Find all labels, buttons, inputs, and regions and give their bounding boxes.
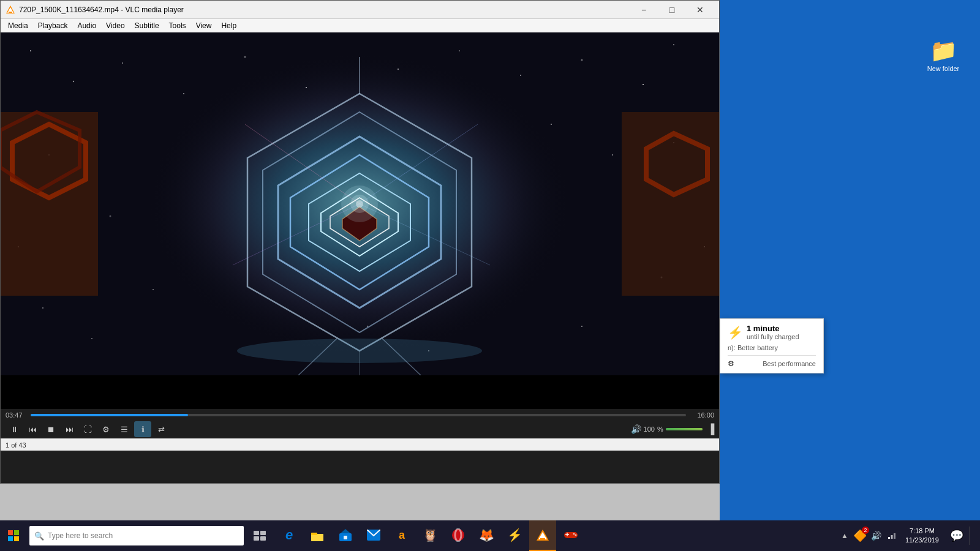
menu-video[interactable]: Video	[101, 19, 129, 32]
buttons-row: ⏸ ⏮ ⏹ ⏭ ⛶ ⚙ ☰ ℹ ⇄ 🔊 100 %	[6, 421, 714, 437]
taskbar-mail-button[interactable]	[360, 520, 387, 551]
network-icon	[888, 531, 896, 539]
svg-point-6	[122, 62, 123, 64]
svg-point-5	[73, 81, 74, 82]
battery-best-perf: Best performance	[763, 360, 816, 367]
menu-help[interactable]: Help	[216, 19, 241, 32]
progress-row: 03:47 16:00	[6, 411, 714, 419]
svg-rect-57	[14, 530, 19, 535]
folder-label: New folder	[919, 65, 968, 72]
vlc-tray-icon[interactable]: 🔶 2	[853, 529, 867, 542]
windows-logo-icon	[8, 530, 19, 541]
svg-rect-61	[260, 531, 266, 535]
video-black-bar	[1, 375, 719, 409]
pause-button[interactable]: ⏸	[6, 421, 23, 437]
window-title: 720P_1500K_111634642.mp4 - VLC media pla…	[19, 6, 184, 14]
volume-area: 🔊 100 % ▐	[631, 424, 714, 435]
svg-point-79	[575, 534, 577, 536]
volume-max-icon[interactable]: ▐	[707, 424, 714, 435]
speaker-tray-icon[interactable]: 🔊	[869, 531, 883, 541]
clock-area[interactable]: 7:18 PM 11/23/2019	[900, 527, 944, 545]
maximize-button[interactable]: □	[658, 1, 686, 19]
taskbar-edge-button[interactable]: e	[276, 520, 303, 551]
desktop-folder-icon[interactable]: 📁 New folder	[919, 38, 968, 72]
volume-bar[interactable]	[666, 428, 703, 430]
minimize-button[interactable]: −	[630, 1, 658, 19]
game-icon	[564, 530, 578, 541]
opera-icon	[451, 528, 465, 542]
svg-point-18	[551, 124, 552, 125]
folder-icon-image: 📁	[919, 38, 968, 64]
menu-media[interactable]: Media	[3, 19, 33, 32]
mute-button[interactable]: 🔊	[631, 424, 641, 434]
svg-rect-58	[8, 536, 13, 541]
svg-point-19	[612, 154, 613, 156]
taskbar-vlc-button[interactable]	[529, 520, 556, 551]
taskbar-explorer-button[interactable]	[304, 520, 331, 551]
vlc-window: 720P_1500K_111634642.mp4 - VLC media pla…	[0, 0, 720, 484]
search-bar[interactable]: 🔍	[29, 526, 244, 545]
battery-subtitle: until fully charged	[747, 333, 799, 340]
clock-date: 11/23/2019	[905, 536, 939, 545]
menu-bar: Media Playback Audio Video Subtitle Tool…	[1, 19, 719, 32]
notification-center-button[interactable]: 💬	[946, 529, 967, 542]
progress-bar[interactable]	[31, 414, 686, 416]
taskbar-tripadvisor-button[interactable]: 🦉	[417, 520, 443, 551]
fullscreen-button[interactable]: ⛶	[79, 421, 96, 437]
media-info-button[interactable]: ℹ	[134, 421, 151, 437]
taskbar-game-button[interactable]	[557, 520, 584, 551]
network-tray-icon[interactable]	[886, 531, 898, 541]
menu-tools[interactable]: Tools	[164, 19, 191, 32]
previous-button[interactable]: ⏮	[24, 421, 41, 437]
close-button[interactable]: ✕	[686, 1, 714, 19]
svg-rect-82	[894, 533, 895, 539]
taskbar-spark-button[interactable]: ⚡	[501, 520, 528, 551]
taskbar-opera-button[interactable]	[445, 520, 472, 551]
volume-fill	[666, 428, 703, 430]
menu-subtitle[interactable]: Subtitle	[130, 19, 164, 32]
svg-rect-2	[9, 12, 12, 13]
svg-rect-59	[14, 536, 19, 541]
menu-view[interactable]: View	[191, 19, 217, 32]
task-view-button[interactable]	[246, 520, 273, 551]
status-bar: 1 of 43	[1, 438, 719, 451]
svg-point-17	[110, 216, 111, 217]
search-icon: 🔍	[34, 531, 44, 541]
vlc-taskbar-icon	[536, 528, 549, 542]
tray-expand-button[interactable]: ▲	[839, 529, 851, 542]
start-button[interactable]	[0, 520, 27, 551]
extended-settings-button[interactable]: ⚙	[97, 421, 115, 437]
menu-audio[interactable]: Audio	[72, 19, 101, 32]
svg-point-15	[673, 44, 674, 45]
search-input[interactable]	[48, 531, 239, 540]
show-desktop-button[interactable]	[970, 527, 975, 545]
svg-rect-31	[622, 112, 719, 296]
next-button[interactable]: ⏭	[61, 421, 78, 437]
video-area[interactable]	[1, 32, 719, 375]
svg-point-7	[183, 93, 184, 94]
taskbar-store-button[interactable]	[332, 520, 359, 551]
shuffle-button[interactable]: ⇄	[153, 421, 170, 437]
progress-fill	[31, 414, 188, 416]
stop-button[interactable]: ⏹	[42, 421, 59, 437]
svg-rect-68	[344, 536, 347, 539]
svg-point-78	[573, 533, 575, 535]
video-content	[1, 32, 719, 375]
battery-divider	[728, 355, 816, 356]
svg-rect-63	[260, 536, 266, 541]
taskbar: 🔍 e	[0, 520, 980, 551]
title-bar: 720P_1500K_111634642.mp4 - VLC media pla…	[1, 1, 719, 19]
svg-point-13	[581, 59, 583, 61]
menu-playback[interactable]: Playback	[33, 19, 73, 32]
svg-point-21	[42, 307, 43, 309]
battery-mode-label: n): Better battery	[728, 344, 816, 351]
store-icon	[339, 528, 352, 542]
playlist-button[interactable]: ☰	[116, 421, 133, 437]
taskbar-amazon-button[interactable]: a	[388, 520, 415, 551]
title-bar-buttons: − □ ✕	[630, 1, 714, 19]
svg-point-52	[356, 200, 363, 208]
clock-time: 7:18 PM	[910, 527, 935, 536]
desktop-area: 📁 New folder	[720, 0, 980, 520]
svg-marker-67	[341, 529, 350, 533]
taskbar-firefox-button[interactable]: 🦊	[473, 520, 500, 551]
